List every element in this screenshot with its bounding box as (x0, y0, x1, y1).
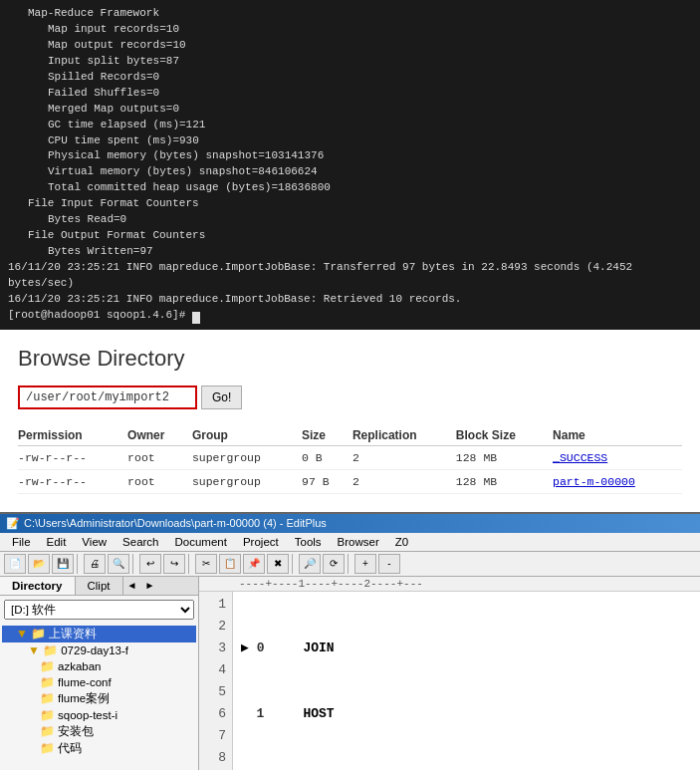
terminal-line: GC time elapsed (ms)=121 (8, 118, 692, 133)
browse-directory-panel: Browse Directory Go! Permission Owner Gr… (0, 330, 700, 512)
tree-item-0729[interactable]: ▼ 📁 0729-day13-f (2, 642, 196, 658)
toolbar-cut[interactable]: ✂ (195, 554, 217, 574)
editplus-window: 📝 C:\Users\Administrator\Downloads\part-… (0, 512, 700, 770)
toolbar-sep1 (77, 554, 81, 574)
tab-clipt[interactable]: Clipt (76, 577, 123, 595)
cell-block-size: 128 MB (456, 469, 553, 493)
terminal-line: Spilled Records=0 (8, 70, 692, 86)
folder-icon: 📁 (40, 708, 55, 722)
toolbar-find[interactable]: 🔎 (299, 554, 321, 574)
go-button[interactable]: Go! (201, 385, 242, 409)
menu-z0[interactable]: Z0 (387, 534, 416, 550)
tree-item-sqoop[interactable]: 📁 sqoop-test-i (2, 707, 196, 723)
sidebar-tabs: Directory Clipt ◄ ► (0, 577, 198, 596)
tree-item-flume-conf[interactable]: 📁 flume-conf (2, 674, 196, 690)
tree-item-azkaban[interactable]: 📁 azkaban (2, 658, 196, 674)
toolbar-replace[interactable]: ⟳ (323, 554, 345, 574)
folder-icon: 📁 (40, 724, 55, 738)
cell-permission: -rw-r--r-- (18, 469, 127, 493)
toolbar-sep2 (132, 554, 136, 574)
terminal-line: Failed Shuffles=0 (8, 86, 692, 102)
tree-item-上课资料[interactable]: ▼ 📁 上课资料 (2, 626, 196, 642)
tree-item-代码[interactable]: 📁 代码 (2, 740, 196, 757)
cell-name[interactable]: part-m-00000 (553, 469, 682, 493)
tree-label: flume案例 (58, 691, 110, 706)
folder-icon: 📁 (40, 741, 55, 755)
terminal-line: Total committed heap usage (bytes)=18636… (8, 180, 692, 196)
tab-directory[interactable]: Directory (0, 577, 76, 595)
line-number: 8 (203, 747, 226, 769)
menu-view[interactable]: View (74, 534, 115, 550)
folder-icon: 📁 (40, 691, 55, 705)
menubar: File Edit View Search Document Project T… (0, 533, 700, 552)
menu-project[interactable]: Project (235, 534, 287, 550)
sidebar-nav-arrow2[interactable]: ► (140, 577, 158, 595)
editplus-sidebar: Directory Clipt ◄ ► [D:] 软件 ▼ 📁 上课资料 ▼ 📁… (0, 577, 199, 770)
toolbar-zoom-out[interactable]: - (378, 554, 400, 574)
code-line: ▶ 0 JOIN (241, 638, 404, 659)
cell-size: 0 B (302, 445, 352, 469)
cell-owner: root (127, 445, 192, 469)
line-number: 7 (203, 725, 226, 747)
line-number: 5 (203, 681, 226, 703)
toolbar-print[interactable]: 🖨 (84, 554, 106, 574)
code-area[interactable]: 1 2 3 4 5 6 7 8 9 10 11 ▶ 0 JOIN 1 HOST … (199, 592, 700, 770)
file-table: Permission Owner Group Size Replication … (18, 425, 682, 494)
cell-block-size: 128 MB (456, 445, 553, 469)
terminal-line: Bytes Written=97 (8, 244, 692, 260)
toolbar-save[interactable]: 💾 (52, 554, 74, 574)
tree-item-flume案例[interactable]: 📁 flume案例 (2, 690, 196, 707)
tree-label: flume-conf (58, 676, 112, 688)
terminal-line: Map output records=10 (8, 38, 692, 54)
code-content[interactable]: ▶ 0 JOIN 1 HOST 2 SERIALIZABLE 3 CONTAIN… (233, 592, 412, 770)
toolbar: 📄 📂 💾 🖨 🔍 ↩ ↪ ✂ 📋 📌 ✖ 🔎 ⟳ + - (0, 552, 700, 577)
toolbar-paste[interactable]: 📌 (243, 554, 265, 574)
toolbar-copy[interactable]: 📋 (219, 554, 241, 574)
table-row: -rw-r--r-- root supergroup 97 B 2 128 MB… (18, 469, 682, 493)
menu-browser[interactable]: Browser (330, 534, 387, 550)
col-replication: Replication (352, 425, 456, 446)
folder-icon: 📁 (40, 659, 55, 673)
toolbar-open[interactable]: 📂 (28, 554, 50, 574)
toolbar-sep4 (292, 554, 296, 574)
ruler: ----+----1----+----2----+--- (199, 577, 700, 592)
cell-owner: root (127, 469, 192, 493)
terminal-line: Bytes Read=0 (8, 212, 692, 228)
menu-document[interactable]: Document (167, 534, 235, 550)
tree-label: sqoop-test-i (58, 709, 117, 721)
terminal-panel: Map-Reduce Framework Map input records=1… (0, 0, 700, 330)
col-block-size: Block Size (456, 425, 553, 446)
tree-label: azkaban (58, 660, 101, 672)
menu-tools[interactable]: Tools (287, 534, 330, 550)
terminal-line: Input split bytes=87 (8, 54, 692, 70)
toolbar-new[interactable]: 📄 (4, 554, 26, 574)
path-input[interactable] (18, 385, 197, 409)
tree-label: 代码 (58, 741, 82, 756)
directory-tree: ▼ 📁 上课资料 ▼ 📁 0729-day13-f 📁 azkaban 📁 f (0, 624, 198, 770)
toolbar-redo[interactable]: ↪ (163, 554, 185, 574)
editplus-editor: ----+----1----+----2----+--- 1 2 3 4 5 6… (199, 577, 700, 770)
terminal-prompt: [root@hadoop01 sqoop1.4.6]# (8, 308, 692, 324)
terminal-line: File Input Format Counters (8, 196, 692, 212)
line-number: 1 (203, 594, 226, 616)
toolbar-undo[interactable]: ↩ (139, 554, 161, 574)
drive-selector[interactable]: [D:] 软件 (4, 600, 194, 620)
folder-icon: 📁 (40, 675, 55, 689)
cell-name[interactable]: _SUCCESS (553, 445, 682, 469)
tree-label: 0729-day13-f (61, 644, 128, 656)
editplus-body: Directory Clipt ◄ ► [D:] 软件 ▼ 📁 上课资料 ▼ 📁… (0, 577, 700, 770)
menu-search[interactable]: Search (115, 534, 166, 550)
tree-item-安装包[interactable]: 📁 安装包 (2, 723, 196, 740)
sidebar-nav-arrow[interactable]: ◄ (123, 577, 141, 595)
toolbar-zoom-in[interactable]: + (354, 554, 376, 574)
cell-group: supergroup (192, 469, 302, 493)
toolbar-delete[interactable]: ✖ (267, 554, 289, 574)
toolbar-preview[interactable]: 🔍 (108, 554, 129, 574)
terminal-line: 16/11/20 23:25:21 INFO mapreduce.ImportJ… (8, 260, 692, 292)
menu-file[interactable]: File (4, 534, 39, 550)
col-size: Size (302, 425, 352, 446)
table-row: -rw-r--r-- root supergroup 0 B 2 128 MB … (18, 445, 682, 469)
col-owner: Owner (127, 425, 192, 446)
menu-edit[interactable]: Edit (39, 534, 75, 550)
browse-title: Browse Directory (18, 346, 682, 372)
